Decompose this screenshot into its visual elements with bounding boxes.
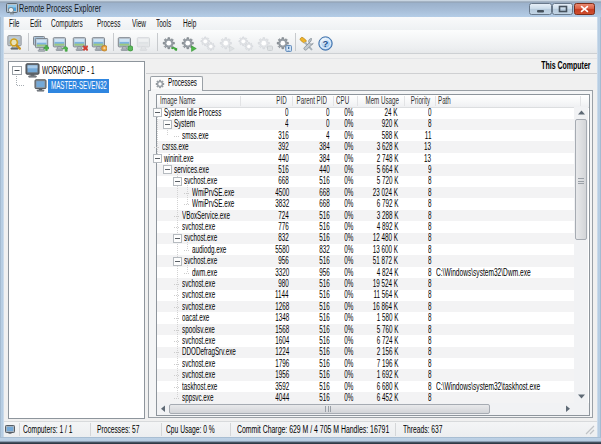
svg-text:?: ? [323, 38, 329, 49]
